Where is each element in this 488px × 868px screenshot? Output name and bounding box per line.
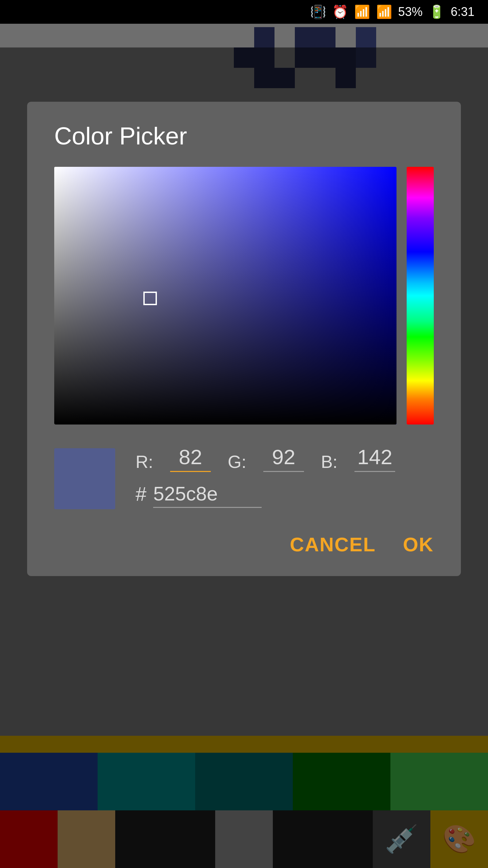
battery-percentage: 53% bbox=[398, 5, 423, 19]
g-value-input[interactable] bbox=[263, 445, 304, 472]
hue-slider[interactable] bbox=[407, 167, 434, 425]
dialog-overlay: Color Picker R: bbox=[0, 47, 488, 868]
color-picker-area bbox=[54, 167, 434, 425]
hex-hash: # bbox=[136, 482, 146, 508]
wifi-icon: 📶 bbox=[354, 4, 370, 19]
signal-icon: 📶 bbox=[376, 4, 392, 19]
color-inputs: R: G: B: # bbox=[136, 445, 434, 508]
status-icons: 📳 ⏰ 📶 📶 53% 🔋 6:31 bbox=[310, 4, 474, 19]
b-label: B: bbox=[321, 452, 338, 472]
g-label: G: bbox=[228, 452, 246, 472]
picker-cursor bbox=[143, 292, 157, 305]
r-value-input[interactable] bbox=[170, 445, 211, 472]
alarm-icon: ⏰ bbox=[332, 4, 348, 19]
gradient-inner bbox=[54, 167, 396, 425]
dialog-title: Color Picker bbox=[54, 122, 434, 150]
color-picker-dialog: Color Picker R: bbox=[27, 102, 461, 576]
hex-value-input[interactable] bbox=[153, 482, 262, 508]
rgb-row: R: G: B: bbox=[136, 445, 434, 472]
color-info: R: G: B: # bbox=[54, 445, 434, 509]
color-gradient-picker[interactable] bbox=[54, 167, 396, 425]
b-value-input[interactable] bbox=[354, 445, 395, 472]
color-preview-swatch bbox=[54, 448, 115, 509]
vibrate-icon: 📳 bbox=[310, 4, 326, 19]
cancel-button[interactable]: CANCEL bbox=[290, 533, 376, 556]
hex-row: # bbox=[136, 482, 434, 508]
clock: 6:31 bbox=[451, 5, 474, 19]
ok-button[interactable]: OK bbox=[403, 533, 434, 556]
status-bar: 📳 ⏰ 📶 📶 53% 🔋 6:31 bbox=[0, 0, 488, 24]
dialog-buttons: CANCEL OK bbox=[54, 526, 434, 556]
r-label: R: bbox=[136, 452, 153, 472]
background-content: 💉 🎨 Color Picker bbox=[0, 24, 488, 868]
battery-icon: 🔋 bbox=[429, 4, 445, 19]
